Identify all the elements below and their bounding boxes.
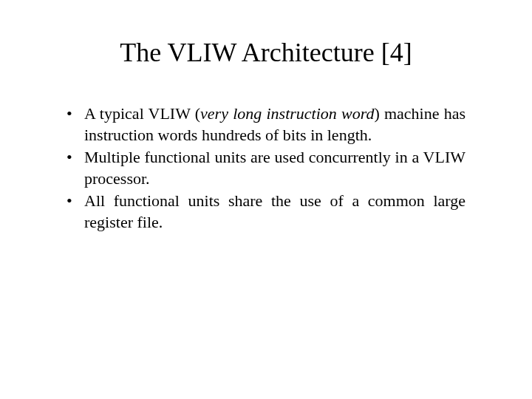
bullet-list: A typical VLIW (very long instruction wo… bbox=[44, 103, 488, 233]
slide-title: The VLIW Architecture [4] bbox=[44, 37, 488, 68]
bullet-text-italic: very long instruction word bbox=[200, 104, 374, 123]
bullet-item: A typical VLIW (very long instruction wo… bbox=[66, 103, 466, 146]
bullet-text-pre: A typical VLIW ( bbox=[84, 104, 200, 123]
bullet-item: Multiple functional units are used concu… bbox=[66, 147, 466, 189]
bullet-item: All functional units share the use of a … bbox=[66, 191, 466, 233]
